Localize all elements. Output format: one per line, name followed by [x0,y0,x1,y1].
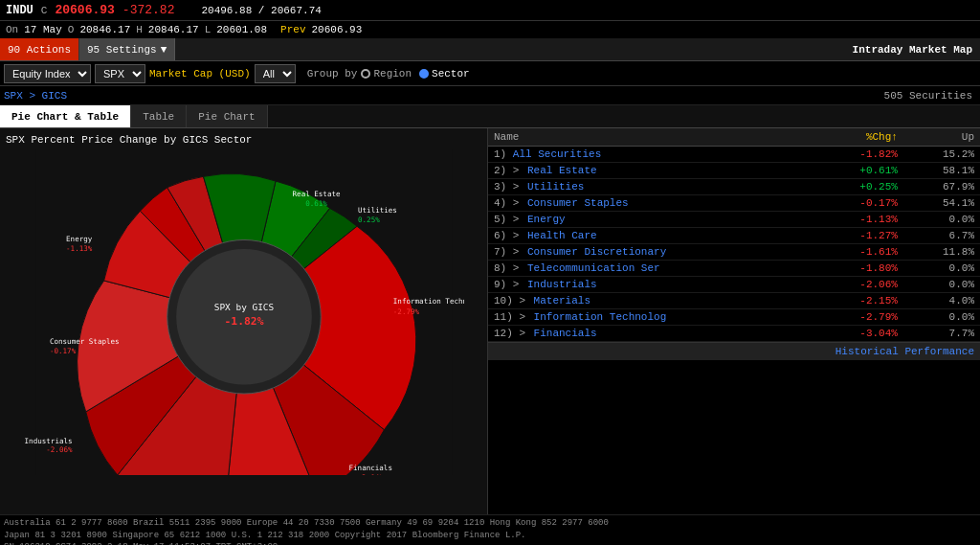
ticker-change: -372.82 [122,3,175,17]
svg-text:-2.79%: -2.79% [392,307,419,316]
row-3-name: 4) > Consumer Staples [488,195,815,212]
ticker-on: On [6,24,18,35]
market-cap-select[interactable]: All [255,64,296,83]
svg-text:0.25%: 0.25% [358,216,380,224]
pie-title: SPX Percent Price Change by GICS Sector [6,134,481,146]
table-row[interactable]: 7) > Consumer Discretionary-1.61%11.8% [488,244,980,261]
ticker-bar: INDU C 20606.93 -372.82 20496.88 / 20667… [0,0,980,21]
row-7-up: 0.0% [903,261,980,277]
pie-container: SPX by GICS -1.82% Real Estate 0.61% Uti… [24,149,464,475]
svg-text:0.61%: 0.61% [305,199,327,208]
col-name-header[interactable]: Name [488,128,815,147]
row-6-up: 11.8% [903,244,980,261]
ticker-high: 20846.17 [148,24,199,35]
svg-text:Real Estate: Real Estate [292,190,340,198]
status-bar: Australia 61 2 9777 8600 Brazil 5511 239… [0,514,980,545]
row-0-name: 1) All Securities [488,147,815,163]
historical-performance-button[interactable]: Historical Performance [488,342,980,360]
svg-text:Energy: Energy [66,235,93,243]
svg-text:Industrials: Industrials [24,437,72,445]
col-chg-header[interactable]: %Chg↑ [815,128,903,147]
ticker-open: 20846.17 [79,24,130,35]
ticker-l-label: L [205,24,212,35]
row-3-chg: -0.17% [815,195,903,212]
row-2-chg: +0.25% [815,179,903,195]
spx-select[interactable]: SPX [95,64,145,83]
market-cap-label: Market Cap (USD) [149,68,251,79]
securities-count: 505 Securities [884,90,976,102]
svg-text:SPX by GICS: SPX by GICS [213,302,274,312]
settings-button[interactable]: 95 Settings ▼ [79,38,175,60]
table-row[interactable]: 8) > Telecommunication Ser-1.80%0.0% [488,261,980,277]
pie-chart-svg: SPX by GICS -1.82% Real Estate 0.61% Uti… [24,149,464,475]
svg-text:Financials: Financials [348,464,391,472]
tab-pie-chart[interactable]: Pie Chart [187,105,267,127]
ticker-symbol: INDU [6,4,33,17]
table-row[interactable]: 4) > Consumer Staples-0.17%54.1% [488,195,980,212]
breadcrumb[interactable]: SPX > GICS [4,90,67,102]
tab-table[interactable]: Table [131,105,187,127]
row-2-up: 67.9% [903,179,980,195]
table-row[interactable]: 6) > Health Care-1.27%6.7% [488,228,980,244]
status-line2: Japan 81 3 3201 8900 Singapore 65 6212 1… [4,530,976,542]
table-row[interactable]: 9) > Industrials-2.06%0.0% [488,277,980,293]
table-row[interactable]: 12) > Financials-3.04%7.7% [488,326,980,342]
status-line3: SN 106219 GS74-3992-2 18-May-17 11:53:07… [4,541,976,545]
row-10-up: 0.0% [903,309,980,326]
radio-sector-label: Sector [432,68,470,79]
row-4-name: 5) > Energy [488,212,815,228]
radio-region[interactable]: Region [361,68,412,79]
dropdown-icon: ▼ [161,44,167,56]
ticker-c-label: C [41,5,48,16]
table-row[interactable]: 1) All Securities-1.82%15.2% [488,147,980,163]
radio-sector-dot [419,69,429,79]
ticker-line2: On 17 May O 20846.17 H 20846.17 L 20601.… [0,21,980,38]
svg-text:Consumer Staples: Consumer Staples [49,337,119,346]
table-area: Name %Chg↑ Up 1) All Securities-1.82%15.… [488,128,980,514]
ticker-range: 20496.88 / 20667.74 [201,5,321,16]
tab-bar: Pie Chart & Table Table Pie Chart [0,105,980,128]
ticker-price: 20606.93 [55,3,114,17]
table-row[interactable]: 5) > Energy-1.13%0.0% [488,212,980,228]
action-bar: 90 Actions 95 Settings ▼ Intraday Market… [0,38,980,61]
row-4-up: 0.0% [903,212,980,228]
row-11-up: 7.7% [903,326,980,342]
radio-sector[interactable]: Sector [419,68,470,79]
equity-index-select[interactable]: Equity Index [4,64,91,83]
tab-pie-chart-table[interactable]: Pie Chart & Table [0,105,131,127]
table-row[interactable]: 10) > Materials-2.15%4.0% [488,293,980,309]
row-5-up: 6.7% [903,228,980,244]
row-10-name: 11) > Information Technolog [488,309,815,326]
row-6-chg: -1.61% [815,244,903,261]
row-11-chg: -3.04% [815,326,903,342]
row-8-up: 0.0% [903,277,980,293]
row-8-chg: -2.06% [815,277,903,293]
table-row[interactable]: 11) > Information Technolog-2.79%0.0% [488,309,980,326]
svg-text:Information Technology: Information Technology [392,297,463,306]
table-row[interactable]: 2) > Real Estate+0.61%58.1% [488,163,980,179]
row-1-up: 58.1% [903,163,980,179]
ticker-low: 20601.08 [216,24,267,35]
sector-table: Name %Chg↑ Up 1) All Securities-1.82%15.… [488,128,980,342]
col-up-header[interactable]: Up [903,128,980,147]
row-11-name: 12) > Financials [488,326,815,342]
groupby-radio-group: Region Sector [361,68,469,79]
svg-text:-1.13%: -1.13% [66,244,93,253]
main-content: SPX Percent Price Change by GICS Sector [0,128,980,514]
svg-text:Utilities: Utilities [358,206,397,215]
ticker-h-label: H [136,24,143,35]
row-1-name: 2) > Real Estate [488,163,815,179]
ticker-prev: 20606.93 [311,24,362,35]
table-header-row: Name %Chg↑ Up [488,128,980,147]
row-5-name: 6) > Health Care [488,228,815,244]
status-line1: Australia 61 2 9777 8600 Brazil 5511 239… [4,517,976,530]
row-9-chg: -2.15% [815,293,903,309]
ticker-date: 17 May [24,24,62,35]
intraday-label: Intraday Market Map [853,44,980,56]
table-row[interactable]: 3) > Utilities+0.25%67.9% [488,179,980,195]
svg-text:-3.04%: -3.04% [357,473,384,475]
svg-text:-0.17%: -0.17% [49,347,76,355]
pie-area: SPX Percent Price Change by GICS Sector [0,128,488,514]
ticker-o-label: O [68,24,75,35]
actions-button[interactable]: 90 Actions [0,38,79,60]
